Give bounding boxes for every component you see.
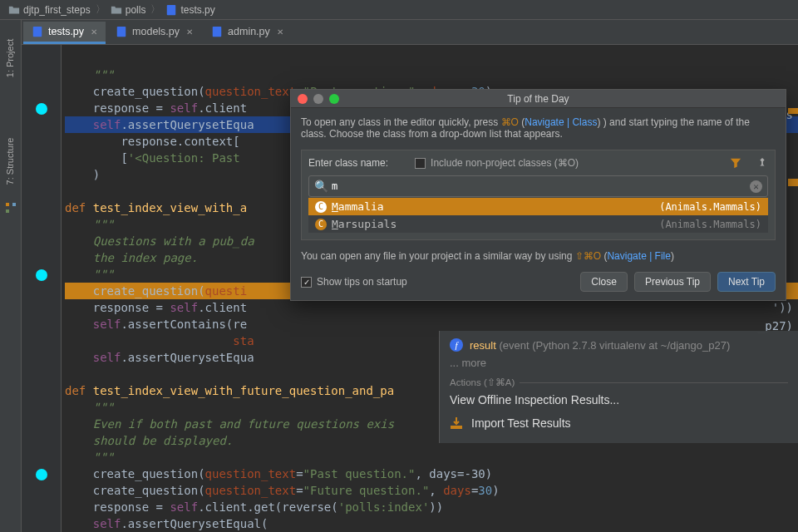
action-view-offline-inspection[interactable]: View Offline Inspection Results... — [450, 388, 788, 411]
close-button[interactable]: Close — [580, 272, 628, 292]
folder-icon — [8, 4, 20, 16]
close-icon[interactable]: ✕ — [277, 27, 283, 37]
tool-window-bar: 1: Project 7: Structure — [0, 20, 22, 532]
tip-text: To open any class in the editor quickly,… — [301, 116, 776, 140]
editor-tabs: tests.py ✕ models.py ✕ admin.py ✕ — [0, 20, 798, 45]
tab-admin-py[interactable]: admin.py ✕ — [203, 22, 292, 44]
pin-icon[interactable] — [756, 157, 768, 169]
close-icon[interactable]: ✕ — [186, 27, 193, 37]
tab-label: models.py — [132, 26, 180, 37]
import-icon — [450, 416, 463, 430]
chevron-right-icon: 〉 — [96, 2, 106, 17]
actions-section-header: Actions (⇧⌘A) — [450, 377, 788, 388]
previous-tip-button[interactable]: Previous Tip — [634, 272, 711, 292]
code-line: create_question( — [65, 85, 205, 98]
checkbox-icon: ✓ — [301, 277, 312, 288]
svg-rect-0 — [167, 4, 176, 14]
python-file-icon — [116, 26, 127, 37]
code-fragment: ')) — [772, 301, 793, 314]
search-everywhere-popup: f result (event (Python 2.7.8 virtualenv… — [439, 331, 798, 443]
scrollbar-marker — [788, 179, 798, 186]
action-import-test-results[interactable]: Import Test Results — [450, 411, 788, 435]
tip-text-2: You can open any file in your project in… — [301, 250, 776, 262]
chevron-right-icon: 〉 — [150, 2, 160, 17]
python-file-icon — [165, 4, 177, 16]
dialog-titlebar[interactable]: Tip of the Day — [291, 90, 786, 108]
dialog-title: Tip of the Day — [291, 93, 786, 105]
search-value: m — [332, 180, 337, 192]
python-file-icon — [32, 26, 43, 37]
svg-rect-3 — [6, 209, 9, 213]
tab-label: tests.py — [48, 26, 84, 37]
search-result-mammalia[interactable]: C MMammaliaammalia (Animals.Mammals) — [308, 198, 768, 215]
class-search-input[interactable]: 🔍 m ✕ — [308, 175, 768, 197]
result-name: result — [470, 339, 496, 352]
navigate-file-link[interactable]: Navigate | File — [607, 250, 670, 262]
editor-gutter[interactable] — [22, 45, 62, 532]
class-icon: C — [315, 201, 327, 213]
breadcrumb-project[interactable]: djtp_first_steps — [5, 4, 94, 16]
search-icon: 🔍 — [314, 180, 328, 193]
breakpoint-marker[interactable] — [36, 469, 47, 480]
breadcrumb-file-label: tests.py — [180, 4, 214, 16]
breadcrumb: djtp_first_steps 〉 polls 〉 tests.py — [0, 0, 798, 20]
python-file-icon — [211, 26, 223, 37]
next-tip-button[interactable]: Next Tip — [717, 272, 776, 292]
svg-rect-1 — [6, 203, 9, 206]
tip-of-day-dialog: Tip of the Day To open any class in the … — [290, 89, 786, 301]
tab-tests-py[interactable]: tests.py ✕ — [23, 22, 106, 44]
breakpoint-marker[interactable] — [36, 103, 47, 115]
breakpoint-marker[interactable] — [36, 269, 47, 281]
breadcrumb-file[interactable]: tests.py — [162, 4, 218, 16]
search-result-marsupials[interactable]: C Marsupials (Animals.Mammals) — [308, 215, 768, 233]
tool-window-project[interactable]: 1: Project — [6, 39, 16, 77]
breadcrumb-project-label: djtp_first_steps — [23, 4, 91, 16]
class-search-panel: Enter class name: Include non-project cl… — [301, 150, 776, 240]
show-tips-checkbox[interactable]: ✓ Show tips on startup — [301, 276, 407, 288]
tool-window-structure[interactable]: 7: Structure — [6, 138, 16, 185]
svg-rect-6 — [213, 27, 222, 37]
more-results[interactable]: ... more — [450, 354, 788, 372]
svg-rect-2 — [12, 203, 16, 206]
class-icon: C — [315, 219, 327, 230]
tab-models-py[interactable]: models.py ✕ — [107, 22, 201, 44]
code-line: """ — [65, 68, 114, 81]
breadcrumb-folder[interactable]: polls — [107, 4, 150, 16]
navigate-class-link[interactable]: Navigate | Class — [525, 116, 597, 128]
filter-icon[interactable] — [730, 157, 741, 169]
search-results: C MMammaliaammalia (Animals.Mammals) C M… — [308, 198, 768, 233]
enter-class-label: Enter class name: — [308, 157, 388, 169]
include-nonproject-checkbox[interactable]: Include non-project classes (⌘O) — [415, 157, 579, 169]
clear-icon[interactable]: ✕ — [750, 180, 762, 193]
scrollbar-marker — [788, 108, 798, 114]
breadcrumb-folder-label: polls — [126, 4, 146, 16]
popup-result-row[interactable]: f result (event (Python 2.7.8 virtualenv… — [450, 336, 788, 354]
svg-rect-5 — [117, 27, 126, 37]
tab-label: admin.py — [228, 26, 270, 37]
structure-icon — [4, 201, 17, 214]
dialog-footer: ✓ Show tips on startup Close Previous Ti… — [301, 272, 776, 292]
svg-rect-4 — [33, 27, 42, 37]
close-icon[interactable]: ✕ — [91, 27, 97, 37]
field-icon: f — [450, 338, 463, 352]
checkbox-icon — [415, 158, 426, 169]
folder-icon — [111, 4, 122, 16]
